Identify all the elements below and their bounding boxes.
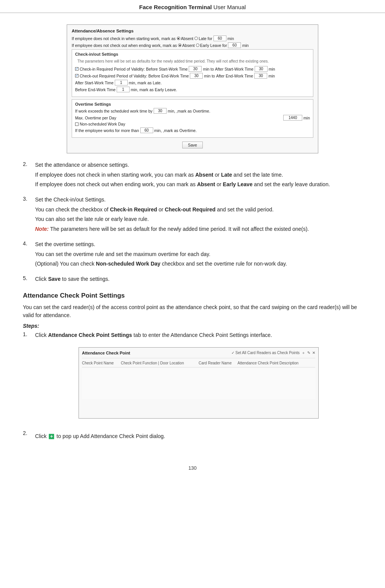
ss-radio-late-circle1 [194, 37, 198, 40]
step2-p1-prefix: If employee does not check in when start… [35, 172, 194, 178]
ss-input-30b[interactable]: 30 [255, 66, 268, 72]
step3-note-text: The parameters here will be set as defau… [49, 226, 309, 232]
section2-heading: Attendance Check Point Settings [23, 292, 362, 300]
ss-before-start: Before Start-Work Time [146, 67, 188, 71]
ss-radio-early-leave: Early Leave for [196, 43, 227, 48]
ss-overtime-title: Overtime Settings [75, 102, 310, 106]
ss-input-1440[interactable]: 1440 [283, 115, 302, 121]
step3-or: or [159, 206, 165, 213]
header-title-normal: User Manual [212, 4, 246, 10]
step2-suffix2: and set the early leave duration. [254, 181, 330, 187]
step3-p1-prefix: You can check the checkbox of [35, 206, 109, 213]
ss-nonscheduled-label: Non-scheduled Work Day [80, 122, 125, 126]
ss-input-1a[interactable]: 1 [115, 80, 128, 85]
acp-col2: Check Point Function | Door Location [121, 360, 199, 366]
ss-checkinout-header: Check-in/out Settings The parameters her… [75, 52, 310, 65]
step-number-5: 5. [23, 275, 31, 284]
step2-late: Late [221, 172, 232, 178]
step-item-4: 4. Set the overtime settings. You can se… [23, 240, 362, 270]
step2-p2: If employee does not check out when endi… [35, 180, 362, 189]
step4-nonscheduled: Non-scheduled Work Day [96, 261, 160, 267]
section2-step1-bold: Attendance Check Point Settings [48, 332, 132, 338]
section2-step2-prefix: Click [35, 432, 47, 441]
page-header: Face Recognition Terminal User Manual [0, 0, 385, 13]
ss-input-30e[interactable]: 30 [154, 108, 167, 114]
ss-input-30a[interactable]: 30 [189, 66, 202, 72]
section2-step-body-2: Click + to pop up Add Attendance Check P… [35, 430, 362, 441]
step4-p2: (Optional) You can check Non-scheduled W… [35, 260, 362, 268]
ss-radio-late-label1: Late for [199, 36, 212, 41]
ss-input-1b[interactable]: 1 [117, 87, 130, 92]
ss-absence-row1: If employee does not check in when start… [72, 35, 313, 41]
page-number: 130 [188, 465, 197, 471]
ss-radio-early-label: Early Leave for [200, 43, 227, 48]
step2-early-leave: Early Leave [223, 181, 253, 187]
ss-overtime-section: Overtime Settings If work exceeds the sc… [72, 99, 313, 138]
ss-input-60a[interactable]: 60 [213, 35, 226, 41]
section2-step-item-1: 1. Click Attendance Check Point Settings… [23, 331, 362, 425]
ss-checkinout-note: The parameters here will be set as defau… [77, 59, 269, 63]
step5-suffix: to save the settings. [62, 276, 110, 282]
section2-plus-icon: + [49, 434, 54, 439]
ss-min-to2: min to [204, 74, 215, 78]
ss-radio-early-circle [196, 43, 199, 47]
step3-suffix: and set the valid period. [217, 206, 274, 213]
ss-mark-overtime1: min, ,mark as Overtime. [168, 109, 210, 113]
step-body-5: Click Save to save the settings. [35, 275, 362, 284]
attendance-absence-screenshot: Attendance/Absence Settings If employee … [67, 24, 318, 153]
section2-step2-row: Click + to pop up Add Attendance Check P… [35, 432, 362, 441]
ss-input-60b[interactable]: 60 [228, 42, 241, 48]
ss-mark-early: min, mark as Early Leave. [131, 87, 177, 92]
step2-suffix1: and set the late time. [234, 172, 283, 178]
ss-overtime-label1: If work exceeds the scheduled work time … [75, 109, 152, 113]
ss-before-end-row: Before End-Work Time 1 min, mark as Earl… [75, 87, 310, 92]
acp-screenshot: Attendance Check Point ✓ Set All Card Re… [79, 347, 319, 419]
ss-input-30d[interactable]: 30 [254, 73, 267, 79]
step2-heading: Set the attendance or absence settings. [35, 161, 362, 169]
ss-period-label2: Period of Validity: [116, 74, 147, 78]
ss-min-to1: min to [203, 67, 214, 71]
ss-checkinout-title: Check-in/out Settings [75, 52, 118, 56]
ss-max-overtime-label: Max. Overtime per Day [75, 116, 116, 120]
ss-after-start: After Start-Work Time [215, 67, 253, 71]
section2-step-number-1: 1. [23, 331, 31, 425]
header-title-bold: Face Recognition Terminal [139, 4, 212, 10]
step5-save: Save [48, 276, 61, 282]
step4-p2-prefix: (Optional) You can check [35, 261, 95, 267]
section2-step1-prefix: Click [35, 332, 47, 338]
page-footer: 130 [0, 465, 385, 471]
section2-steps-label: Steps: [23, 323, 362, 329]
ss-after-start-label: After Start-Work Time [75, 81, 114, 85]
ss-max-overtime-row: Max. Overtime per Day 1440 min [75, 115, 310, 121]
step-item-5: 5. Click Save to save the settings. [23, 275, 362, 284]
step3-checkout: Check-out Required [165, 206, 215, 213]
acp-delete-icon[interactable]: ✕ [312, 350, 315, 356]
step-item-2: 2. Set the attendance or absence setting… [23, 161, 362, 190]
section2-step-body-1: Click Attendance Check Point Settings ta… [35, 331, 362, 425]
ss-radio-absent-circle2 [178, 43, 181, 47]
ss-input-60c[interactable]: 60 [140, 127, 153, 133]
step-body-2: Set the attendance or absence settings. … [35, 161, 362, 190]
ss-unit-min2: min [242, 43, 249, 48]
ss-unit-min4: min [268, 74, 275, 78]
acp-col3: Card Reader Name [199, 360, 237, 366]
ss-input-30c[interactable]: 30 [190, 73, 203, 79]
section2-step1-suffix: tab to enter the Attendance Check Point … [133, 332, 272, 338]
section2-intro: You can set the card reader(s) of the ac… [23, 303, 362, 320]
ss-save-button[interactable]: Save [182, 142, 203, 148]
acp-edit-icon[interactable]: ✎ [307, 350, 310, 356]
ss-checkout-label: Check-out Required [80, 74, 115, 78]
section2-step-item-2: 2. Click + to pop up Add Attendance Chec… [23, 430, 362, 441]
step-item-3: 3. Set the Check-in/out Settings. You ca… [23, 196, 362, 235]
step3-note-label: Note: [35, 226, 49, 232]
acp-col1: Check Point Name [82, 360, 121, 366]
acp-header: Attendance Check Point ✓ Set All Card Re… [82, 350, 315, 358]
section2-step-number-2: 2. [23, 430, 31, 441]
ss-radio-absent2: Absent [178, 43, 195, 48]
step3-p2: You can also set the late rule or early … [35, 215, 362, 224]
ss-checkbox-checkin [75, 67, 79, 71]
acp-add-icon[interactable]: ＋ [302, 350, 305, 356]
ss-checkin-label: Check-in Required [80, 67, 113, 71]
step3-heading: Set the Check-in/out Settings. [35, 196, 362, 204]
ss-radio-late1: Late for [194, 36, 212, 41]
